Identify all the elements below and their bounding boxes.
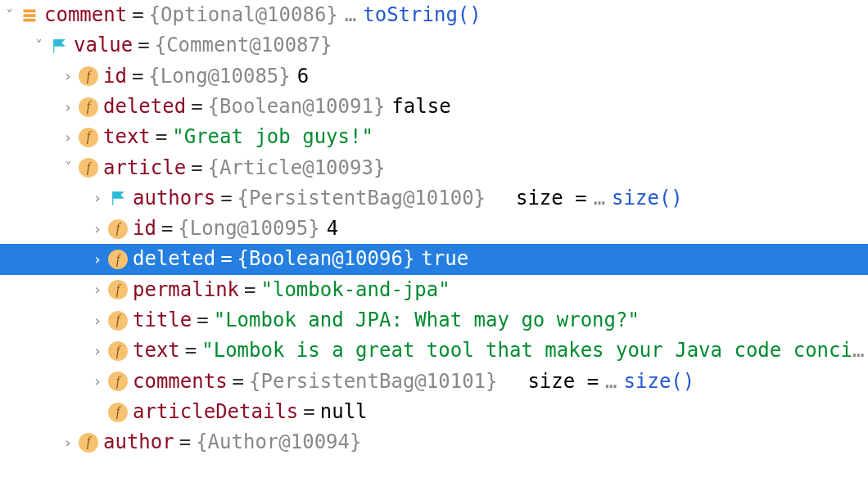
chevron-right-icon[interactable]: › xyxy=(59,431,77,454)
equals-sign: = xyxy=(133,30,154,61)
field-icon: f xyxy=(108,372,128,391)
chevron-right-icon[interactable]: › xyxy=(88,187,106,209)
var-name: id xyxy=(103,61,127,92)
object-ref: {Boolean@10091} xyxy=(208,92,386,122)
tree-row-author[interactable]: › f author = {Author@10094} xyxy=(0,427,868,457)
var-name: text xyxy=(103,122,151,152)
equals-sign: = xyxy=(215,244,237,274)
chevron-right-icon[interactable]: › xyxy=(88,278,106,301)
tree-row-article-comments[interactable]: › f comments = {PersistentBag@10101} siz… xyxy=(0,367,868,397)
string-value: "Lombok is a great tool that makes your … xyxy=(201,336,852,366)
var-name: comment xyxy=(44,0,127,30)
var-name: deleted xyxy=(133,244,215,274)
object-ref: {Optional@10086} xyxy=(149,0,338,30)
var-name: author xyxy=(103,427,174,457)
tree-row-value[interactable]: ˅ value = {Comment@10087} xyxy=(0,30,868,61)
string-value: "Great job guys!" xyxy=(172,122,373,152)
equals-sign: = xyxy=(127,61,148,92)
size-link[interactable]: size() xyxy=(612,183,683,214)
equals-sign: = xyxy=(298,397,319,427)
string-value: "Lombok and JPA: What may go wrong?" xyxy=(214,305,640,336)
tree-row-article-title[interactable]: › f title = "Lombok and JPA: What may go… xyxy=(0,305,868,336)
field-icon: f xyxy=(79,433,98,453)
equals-sign: = xyxy=(151,122,172,152)
var-name: deleted xyxy=(103,92,186,122)
field-icon: f xyxy=(79,97,98,117)
chevron-right-icon[interactable]: › xyxy=(88,309,106,332)
size-link[interactable]: size() xyxy=(624,367,695,397)
var-name: authors xyxy=(133,183,215,214)
field-icon: f xyxy=(79,158,98,178)
tree-row-article-authors[interactable]: › authors = {PersistentBag@10100} size =… xyxy=(0,183,868,214)
field-icon: f xyxy=(108,311,128,331)
tree-row-article-deleted[interactable]: › f deleted = {Boolean@10096} true xyxy=(0,244,868,274)
object-ref: {Author@10094} xyxy=(196,427,361,457)
object-ref: {Long@10085} xyxy=(148,61,290,92)
value-text: 4 xyxy=(327,214,338,244)
chevron-right-icon[interactable]: › xyxy=(59,65,77,88)
object-ref: {Article@10093} xyxy=(208,153,386,183)
object-ref: {Boolean@10096} xyxy=(237,244,415,274)
var-name: permalink xyxy=(133,275,239,305)
object-ref: {Long@10095} xyxy=(178,214,319,244)
chevron-right-icon[interactable]: › xyxy=(59,96,77,119)
tree-row-comment[interactable]: ˅ comment = {Optional@10086} … toString(… xyxy=(0,0,868,30)
tostring-link[interactable]: toString() xyxy=(363,0,481,30)
field-icon: f xyxy=(79,66,98,86)
flag-icon xyxy=(49,36,69,56)
svg-rect-2 xyxy=(24,18,36,21)
chevron-right-icon[interactable]: › xyxy=(59,126,77,149)
ellipsis: … xyxy=(852,336,864,366)
var-name: id xyxy=(133,214,156,244)
chevron-right-icon[interactable]: › xyxy=(88,248,106,271)
field-icon: f xyxy=(79,128,98,147)
tree-row-value-deleted[interactable]: › f deleted = {Boolean@10091} false xyxy=(0,92,868,122)
equals-sign: = xyxy=(156,214,178,244)
field-icon: f xyxy=(108,341,128,361)
chevron-down-icon[interactable]: ˅ xyxy=(59,156,77,179)
tree-row-value-id[interactable]: › f id = {Long@10085} 6 xyxy=(0,61,868,92)
null-value: null xyxy=(320,397,368,427)
flag-icon xyxy=(108,188,128,208)
equals-sign: = xyxy=(174,427,196,457)
tree-row-article-details[interactable]: › f articleDetails = null xyxy=(0,397,868,427)
object-ref: {PersistentBag@10101} xyxy=(249,367,497,397)
string-value: "lombok-and-jpa" xyxy=(261,275,450,305)
value-text: true xyxy=(421,244,468,274)
value-text: 6 xyxy=(297,61,309,92)
size-label: size = xyxy=(527,367,599,397)
equals-sign: = xyxy=(228,367,249,397)
tree-row-article[interactable]: ˅ f article = {Article@10093} xyxy=(0,152,868,182)
tree-row-article-permalink[interactable]: › f permalink = "lombok-and-jpa" xyxy=(0,275,868,305)
tree-row-article-id[interactable]: › f id = {Long@10095} 4 xyxy=(0,214,868,244)
equals-sign: = xyxy=(239,275,260,305)
var-name: title xyxy=(133,305,192,336)
equals-sign: = xyxy=(186,92,207,122)
tree-row-article-text[interactable]: › f text = "Lombok is a great tool that … xyxy=(0,336,868,366)
var-name: articleDetails xyxy=(133,397,298,427)
chevron-down-icon[interactable]: ˅ xyxy=(0,4,18,27)
tree-row-value-text[interactable]: › f text = "Great job guys!" xyxy=(0,122,868,152)
equals-sign: = xyxy=(127,0,148,30)
equals-sign: = xyxy=(192,305,213,336)
ellipsis: … xyxy=(345,0,356,30)
value-text: false xyxy=(391,92,450,122)
chevron-right-icon[interactable]: › xyxy=(88,218,106,241)
field-icon: f xyxy=(108,219,128,239)
var-name: article xyxy=(103,153,186,183)
chevron-down-icon[interactable]: ˅ xyxy=(29,34,47,57)
svg-rect-1 xyxy=(24,14,36,17)
var-name: value xyxy=(74,30,133,61)
var-name: text xyxy=(133,336,180,366)
equals-sign: = xyxy=(180,336,201,366)
bars-icon xyxy=(20,6,39,25)
field-icon: f xyxy=(108,250,128,269)
field-icon: f xyxy=(108,280,128,300)
chevron-right-icon[interactable]: › xyxy=(88,370,106,393)
equals-sign: = xyxy=(215,183,237,214)
ellipsis: … xyxy=(594,183,605,214)
field-icon: f xyxy=(108,403,128,422)
var-name: comments xyxy=(133,367,228,397)
object-ref: {PersistentBag@10100} xyxy=(237,183,486,214)
chevron-right-icon[interactable]: › xyxy=(88,340,106,363)
